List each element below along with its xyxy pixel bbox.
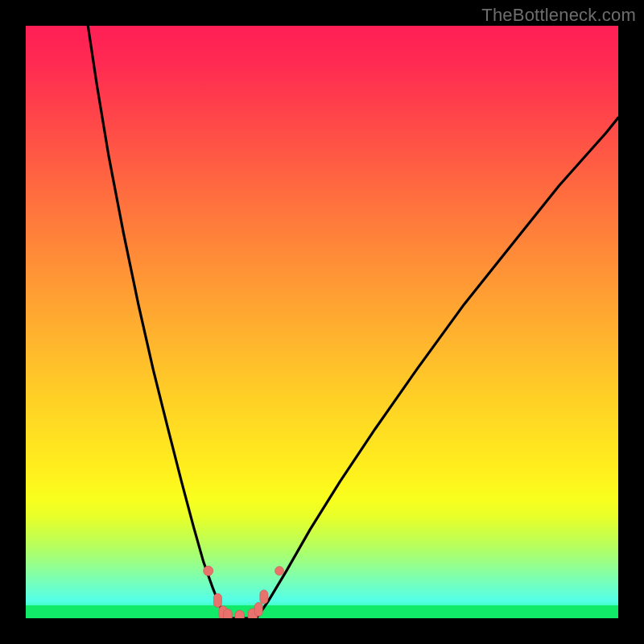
bottleneck-curve: [88, 26, 618, 618]
data-marker: [254, 602, 262, 616]
watermark-text: TheBottleneck.com: [481, 5, 636, 26]
data-marker: [213, 593, 221, 607]
plot-area: [26, 26, 618, 618]
data-marker: [224, 609, 233, 618]
chart-frame: TheBottleneck.com: [0, 0, 644, 644]
data-marker: [204, 566, 213, 576]
data-marker: [275, 567, 284, 576]
curve-layer: [26, 26, 618, 618]
data-marker: [260, 590, 268, 604]
data-marker: [235, 610, 245, 618]
